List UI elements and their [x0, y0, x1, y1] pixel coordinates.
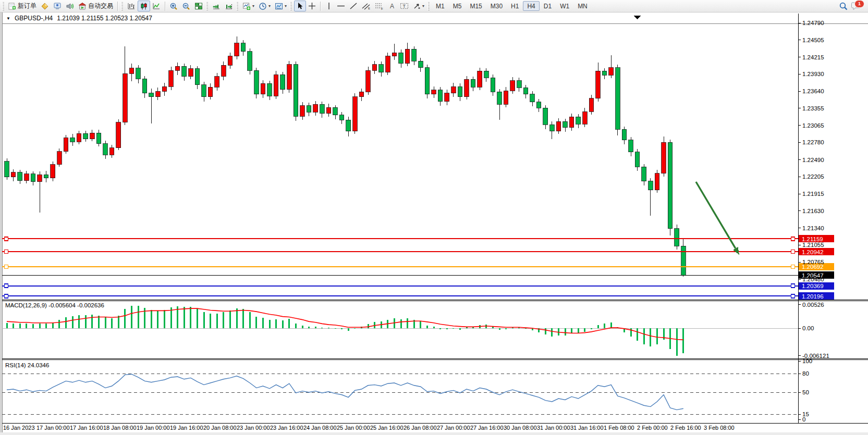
- candle: [307, 106, 311, 113]
- candle: [51, 165, 55, 178]
- zoom-out-button[interactable]: [180, 1, 192, 11]
- annotation-arrow: [696, 182, 739, 255]
- toolbar-separator: [320, 2, 321, 11]
- price-label-text: 1.20196: [802, 293, 824, 300]
- candlestick-mode-button[interactable]: [138, 1, 150, 11]
- hline-handle[interactable]: [5, 250, 8, 254]
- horizontal-line-icon: [337, 2, 345, 10]
- candle: [458, 86, 462, 96]
- new-order-button[interactable]: 新订单: [6, 1, 39, 11]
- zoom-in-button[interactable]: [167, 1, 180, 11]
- candle: [346, 120, 351, 131]
- hline-handle[interactable]: [5, 284, 8, 288]
- dropdown-caret: ▾: [285, 4, 287, 8]
- price-chart-canvas[interactable]: 1.211591.209421.206921.205471.203691.201…: [2, 13, 868, 432]
- candle: [156, 91, 161, 96]
- cursor-arrow-icon: [297, 2, 304, 10]
- tile-windows-button[interactable]: [192, 1, 205, 11]
- time-tick-label: 16 Jan 2023: [3, 425, 35, 431]
- toolbar-grip[interactable]: [427, 2, 430, 10]
- candle: [379, 65, 384, 72]
- hline-handle[interactable]: [5, 237, 8, 241]
- candle: [419, 61, 423, 68]
- new-order-label: 新订单: [18, 2, 36, 10]
- fibonacci-tool[interactable]: F: [373, 1, 386, 11]
- new-chart-dropdown[interactable]: ▾: [240, 1, 256, 11]
- candle: [64, 138, 68, 151]
- horizontal-line-tool[interactable]: [335, 1, 347, 11]
- trendline-tool[interactable]: [347, 1, 360, 11]
- equidistant-channel-tool[interactable]: E: [360, 1, 373, 11]
- tf-button-h4[interactable]: H4: [523, 1, 539, 11]
- text-label-tool[interactable]: T: [398, 1, 411, 11]
- candle: [83, 133, 88, 139]
- toolbar-grip[interactable]: [121, 2, 123, 10]
- time-tick-label: 1 Feb 08:00: [604, 425, 634, 431]
- hline-handle[interactable]: [791, 250, 795, 254]
- hline-handle[interactable]: [791, 237, 795, 241]
- search-icon[interactable]: [839, 2, 848, 11]
- candle: [320, 104, 325, 113]
- tf-button-h1[interactable]: H1: [507, 1, 523, 11]
- toolbar-grip[interactable]: [236, 2, 238, 10]
- channel-icon: E: [362, 2, 371, 10]
- price-tick-label: 1.21630: [802, 208, 824, 214]
- crosshair-tool-button[interactable]: [306, 1, 318, 11]
- text-tool[interactable]: A: [386, 1, 398, 11]
- bar-chart-mode-button[interactable]: [125, 1, 138, 11]
- time-tick-label: 30 Jan 08:00: [504, 425, 537, 431]
- candle: [11, 172, 16, 177]
- candle: [484, 71, 489, 78]
- period-dropdown[interactable]: ▾: [256, 1, 273, 11]
- toolbar-grip[interactable]: [206, 2, 208, 10]
- hline-handle[interactable]: [5, 265, 8, 268]
- cursor-tool-button[interactable]: [294, 1, 306, 11]
- toolbar-grip[interactable]: [290, 2, 292, 10]
- templates-dropdown[interactable]: ▾: [273, 1, 289, 11]
- clock-icon: [259, 2, 267, 10]
- rsi-tick-label: 0: [802, 416, 805, 422]
- fibonacci-icon: F: [375, 2, 384, 10]
- text-label-icon: T: [400, 2, 409, 10]
- time-tick-label: 23 Jan 00:00: [237, 425, 270, 431]
- auto-scroll-button[interactable]: [210, 1, 223, 11]
- candle: [208, 87, 213, 96]
- hline-handle[interactable]: [5, 294, 8, 298]
- price-tick-label: 1.24790: [802, 20, 824, 26]
- market-watch-button[interactable]: [39, 1, 51, 11]
- svg-text:T: T: [403, 4, 406, 9]
- candle: [372, 65, 377, 70]
- line-chart-mode-button[interactable]: [150, 1, 163, 11]
- toolbar-grip[interactable]: [2, 2, 4, 10]
- vertical-line-tool[interactable]: [323, 1, 335, 11]
- candle: [589, 98, 594, 111]
- tf-button-m1[interactable]: M1: [432, 1, 449, 11]
- hline-handle[interactable]: [791, 265, 795, 268]
- time-tick-label: 2 Feb 16:00: [670, 425, 701, 431]
- chart-window: ▼ GBPUSD-,H4 1.21039 1.21155 1.20523 1.2…: [0, 13, 868, 432]
- pane-frames: [2, 14, 868, 423]
- candle: [195, 69, 200, 85]
- terminal-button[interactable]: [51, 1, 64, 11]
- tf-button-m5[interactable]: M5: [449, 1, 466, 11]
- svg-text:F: F: [381, 7, 383, 10]
- chart-shift-marker: [633, 16, 641, 19]
- chat-button[interactable]: 1: [851, 1, 863, 11]
- candle: [569, 117, 574, 128]
- chart-shift-button[interactable]: [223, 1, 235, 11]
- arrows-dropdown[interactable]: ▾: [411, 1, 426, 11]
- tf-button-m15[interactable]: M15: [466, 1, 486, 11]
- chat-unread-badge: 1: [854, 0, 864, 8]
- hline-handle[interactable]: [791, 284, 795, 288]
- tf-button-mn[interactable]: MN: [573, 1, 592, 11]
- alerts-button[interactable]: [64, 1, 76, 11]
- candle: [635, 152, 640, 167]
- tf-button-d1[interactable]: D1: [540, 1, 556, 11]
- tf-button-w1[interactable]: W1: [556, 1, 573, 11]
- candle: [451, 86, 456, 93]
- candle: [57, 152, 62, 165]
- tf-button-m30[interactable]: M30: [486, 1, 507, 11]
- time-tick-label: 27 Jan 00:00: [437, 425, 470, 431]
- auto-trading-button[interactable]: 自动交易: [76, 1, 115, 11]
- hline-handle[interactable]: [791, 294, 795, 298]
